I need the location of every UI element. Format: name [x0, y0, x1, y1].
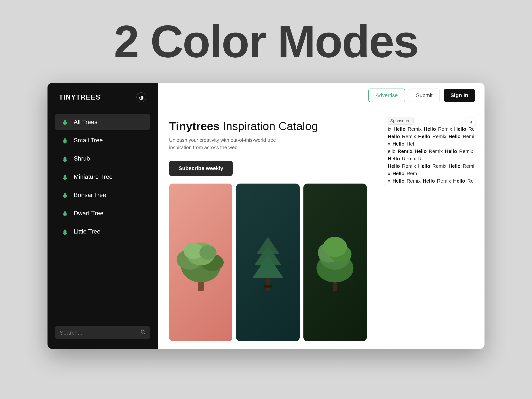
- hello-remix-pattern: ix Hello Remix Hello Remix Hello Re Hell…: [384, 114, 479, 186]
- main-content: Advertise Submit Sign In Tinytrees Inspi…: [158, 83, 484, 349]
- card-grid: [169, 184, 367, 341]
- tree-card-dark-green: [304, 184, 367, 341]
- sidebar-search-area: [48, 320, 158, 349]
- sidebar-item-shrub[interactable]: Shrub: [55, 150, 150, 167]
- theme-toggle-button[interactable]: ◑: [136, 92, 146, 102]
- tree-icon-miniature: [61, 172, 69, 181]
- sidebar-item-label-shrub: Shrub: [74, 155, 90, 162]
- svg-rect-20: [64, 234, 66, 235]
- tree-icon-bonsai: [61, 191, 69, 199]
- search-box[interactable]: [55, 326, 150, 339]
- ad-section: Sponsored ix Hello Remix Hello Remix Hel…: [378, 108, 484, 349]
- sidebar-nav: All Trees Small Tree: [48, 110, 158, 320]
- ad-box: Sponsored ix Hello Remix Hello Remix Hel…: [384, 114, 479, 186]
- ad-link-button[interactable]: [466, 117, 475, 127]
- sidebar-item-bonsai-tree[interactable]: Bonsai Tree: [55, 187, 150, 203]
- hero-subtitle: Unleash your creativity with out-of-this…: [169, 136, 283, 151]
- svg-rect-2: [64, 124, 66, 125]
- app-window: TINYTREES ◑ All Trees: [48, 83, 484, 349]
- svg-rect-11: [64, 179, 66, 180]
- search-icon: [140, 329, 146, 336]
- sidebar: TINYTREES ◑ All Trees: [48, 83, 158, 349]
- tree-illustration-teal: [236, 184, 299, 341]
- sidebar-item-miniature-tree[interactable]: Miniature Tree: [55, 168, 150, 185]
- content-area: Tinytrees Inspiration Catalog Unleash yo…: [158, 108, 484, 349]
- tree-illustration-pink: [169, 184, 232, 341]
- advertise-button[interactable]: Advertise: [368, 89, 405, 102]
- tree-icon: [61, 118, 69, 126]
- sidebar-item-label-little-tree: Little Tree: [74, 228, 101, 235]
- svg-point-40: [323, 237, 347, 257]
- tree-icon-small: [61, 136, 69, 144]
- top-bar: Advertise Submit Sign In: [158, 83, 484, 108]
- svg-rect-14: [64, 197, 66, 198]
- tree-illustration-green: [304, 184, 367, 341]
- svg-line-41: [470, 121, 472, 123]
- search-input[interactable]: [60, 329, 137, 336]
- tree-icon-little: [61, 227, 69, 236]
- page-container: 2 Color Modes TINYTREES ◑ All Tre: [0, 0, 532, 399]
- sidebar-item-label-miniature-tree: Miniature Tree: [74, 173, 113, 180]
- hero-title-normal: Inspiration Catalog: [220, 120, 318, 133]
- tree-card-dark-teal: [236, 184, 299, 341]
- sidebar-item-label-bonsai-tree: Bonsai Tree: [74, 191, 106, 199]
- sidebar-item-label-dwarf-tree: Dwarf Tree: [74, 210, 103, 217]
- subscribe-button[interactable]: Subscribe weekly: [169, 161, 233, 176]
- hero-section: Tinytrees Inspiration Catalog Unleash yo…: [158, 108, 378, 349]
- tree-icon-dwarf: [61, 209, 69, 217]
- sidebar-header: TINYTREES ◑: [48, 83, 158, 110]
- svg-line-22: [144, 333, 145, 334]
- page-headline: 2 Color Modes: [114, 15, 418, 68]
- tree-card-pink: [169, 184, 232, 341]
- sponsored-badge: Sponsored: [387, 117, 414, 125]
- sidebar-item-label-small-tree: Small Tree: [74, 137, 103, 144]
- svg-rect-17: [64, 215, 66, 216]
- svg-rect-8: [64, 161, 66, 162]
- svg-rect-30: [266, 277, 270, 291]
- hero-title: Tinytrees Inspiration Catalog: [169, 120, 367, 133]
- sidebar-item-small-tree[interactable]: Small Tree: [55, 132, 150, 149]
- svg-rect-31: [264, 285, 272, 287]
- submit-button[interactable]: Submit: [409, 89, 440, 102]
- sidebar-item-dwarf-tree[interactable]: Dwarf Tree: [55, 205, 150, 222]
- sidebar-item-label-all-trees: All Trees: [74, 119, 97, 126]
- brand-logo: TINYTREES: [59, 93, 101, 101]
- svg-point-29: [199, 245, 216, 260]
- tree-icon-shrub: [61, 154, 69, 163]
- svg-marker-34: [252, 255, 284, 278]
- hero-title-bold: Tinytrees: [169, 120, 220, 133]
- sidebar-item-all-trees[interactable]: All Trees: [55, 114, 150, 130]
- hello-remix-text: ix Hello Remix Hello Remix Hello Re Hell…: [388, 125, 475, 186]
- sidebar-item-little-tree[interactable]: Little Tree: [55, 223, 150, 240]
- svg-rect-5: [64, 142, 66, 143]
- signin-button[interactable]: Sign In: [444, 89, 475, 102]
